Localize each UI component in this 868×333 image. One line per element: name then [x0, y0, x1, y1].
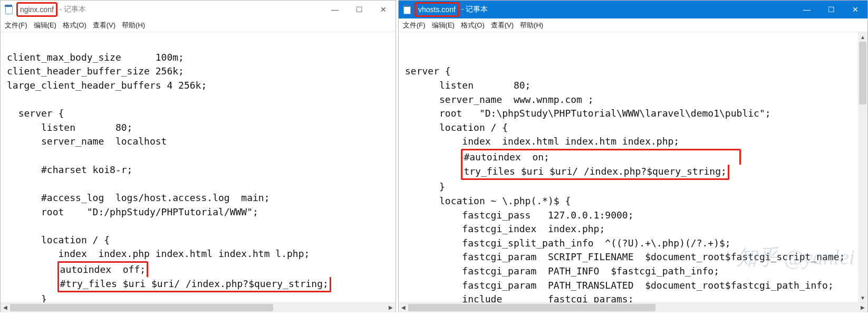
horizontal-scrollbar[interactable]: ◀ ▶ — [1, 302, 396, 312]
code-line: } — [7, 293, 47, 302]
menu-edit[interactable]: 编辑(E) — [34, 21, 56, 30]
scroll-down-icon[interactable]: ▼ — [858, 293, 867, 302]
vertical-scrollbar[interactable]: ▲ ▼ — [858, 32, 867, 302]
scroll-left-icon[interactable]: ◀ — [399, 303, 408, 312]
menu-view[interactable]: 查看(V) — [93, 21, 115, 30]
menubar: 文件(F) 编辑(E) 格式(O) 查看(V) 帮助(H) — [1, 18, 396, 32]
window-title-filename: vhosts.conf — [414, 2, 459, 17]
code-line: fastcgi_split_path_info ^((?U).+\.php)(/… — [405, 237, 731, 249]
window-title-filename: nginx.conf — [16, 2, 57, 17]
code-line: include fastcgi_params; — [405, 293, 633, 302]
maximize-button[interactable]: ☐ — [819, 1, 843, 18]
code-line: index index.html index.htm index.php; — [405, 136, 679, 147]
scroll-track[interactable] — [858, 42, 867, 293]
code-line: fastcgi_pass 127.0.0.1:9000; — [405, 210, 633, 221]
close-button[interactable]: ✕ — [843, 1, 867, 18]
code-line: autoindex off; — [7, 264, 148, 275]
scroll-track[interactable] — [10, 303, 386, 312]
notepad-window-nginx: nginx.conf - 记事本 — ☐ ✕ 文件(F) 编辑(E) 格式(O)… — [0, 0, 396, 312]
code-line: fastcgi_index index.php; — [405, 223, 605, 234]
code-line: client_max_body_size 100m; — [7, 52, 184, 63]
notepad-icon — [403, 5, 411, 14]
code-line: #try_files $uri $uri/ /index.php?$query_… — [7, 278, 331, 289]
menu-help[interactable]: 帮助(H) — [122, 21, 145, 30]
window-controls: — ☐ ✕ — [323, 1, 396, 18]
code-line: server_name www.wnmp.com ; — [405, 94, 594, 105]
code-line: server_name localhost — [7, 136, 167, 147]
titlebar[interactable]: nginx.conf - 记事本 — ☐ ✕ — [1, 1, 396, 18]
menu-format[interactable]: 格式(O) — [461, 21, 485, 30]
code-line: #charset koi8-r; — [7, 164, 132, 175]
maximize-button[interactable]: ☐ — [347, 1, 371, 18]
code-line: client_header_buffer_size 256k; — [7, 65, 184, 77]
close-button[interactable]: ✕ — [371, 1, 396, 18]
scroll-right-icon[interactable]: ▶ — [858, 303, 867, 312]
code-line: try_files $uri $uri/ /index.php?$query_s… — [405, 166, 729, 177]
highlighted-code: try_files $uri $uri/ /index.php?$query_s… — [461, 165, 729, 180]
code-line: server { — [405, 65, 451, 77]
highlighted-code: #autoindex on; — [461, 149, 741, 165]
highlighted-code: #try_files $uri $uri/ /index.php?$query_… — [57, 277, 331, 293]
menu-file[interactable]: 文件(F) — [403, 21, 426, 30]
scroll-up-icon[interactable]: ▲ — [858, 32, 867, 42]
menu-file[interactable]: 文件(F) — [5, 21, 27, 30]
code-line: large_client_header_buffers 4 256k; — [7, 80, 207, 91]
scroll-thumb[interactable] — [10, 304, 273, 311]
highlighted-code: autoindex off; — [57, 261, 149, 277]
window-title-appname: - 记事本 — [60, 5, 86, 14]
menu-edit[interactable]: 编辑(E) — [432, 21, 455, 30]
menubar: 文件(F) 编辑(E) 格式(O) 查看(V) 帮助(H) — [399, 18, 867, 32]
code-line: index index.php index.html index.htm l.p… — [7, 248, 310, 259]
code-line: listen 80; — [7, 122, 132, 133]
code-line: fastcgi_param PATH_TRANSLATED $document_… — [405, 280, 834, 291]
code-line: location / { — [7, 234, 110, 245]
scroll-right-icon[interactable]: ▶ — [386, 303, 396, 312]
code-line: #autoindex on; — [405, 151, 741, 163]
code-line: location ~ \.php(.*)$ { — [405, 195, 571, 206]
menu-help[interactable]: 帮助(H) — [520, 21, 543, 30]
menu-view[interactable]: 查看(V) — [491, 21, 514, 30]
code-line: listen 80; — [405, 80, 531, 91]
code-line: fastcgi_param PATH_INFO $fastcgi_path_in… — [405, 265, 719, 277]
code-line: location / { — [405, 122, 508, 133]
window-title-appname: - 记事本 — [461, 5, 488, 14]
code-line: fastcgi_param SCRIPT_FILENAME $document_… — [405, 251, 845, 262]
window-controls: — ☐ ✕ — [795, 1, 867, 18]
menu-format[interactable]: 格式(O) — [63, 21, 86, 30]
notepad-window-vhosts: vhosts.conf - 记事本 — ☐ ✕ 文件(F) 编辑(E) 格式(O… — [398, 0, 868, 312]
scroll-thumb[interactable] — [859, 42, 866, 104]
minimize-button[interactable]: — — [795, 1, 819, 18]
code-line: root "D:\phpStudy\PHPTutorial\WWW\larave… — [405, 108, 771, 119]
text-area[interactable]: server { listen 80; server_name www.wnmp… — [399, 32, 867, 302]
code-line: #access_log logs/host.access.log main; — [7, 192, 270, 203]
minimize-button[interactable]: — — [323, 1, 347, 18]
text-area[interactable]: client_max_body_size 100m; client_header… — [1, 32, 396, 302]
notepad-icon — [5, 5, 13, 14]
horizontal-scrollbar[interactable]: ◀ ▶ — [399, 302, 867, 312]
titlebar[interactable]: vhosts.conf - 记事本 — ☐ ✕ — [399, 1, 867, 18]
scroll-thumb[interactable] — [408, 304, 655, 311]
scroll-track[interactable] — [408, 303, 858, 312]
code-line: root "D:/phpStudy/PHPTutorial/WWW"; — [7, 206, 258, 217]
code-line: } — [405, 181, 445, 192]
scroll-left-icon[interactable]: ◀ — [1, 303, 10, 312]
code-line: server { — [7, 108, 64, 119]
